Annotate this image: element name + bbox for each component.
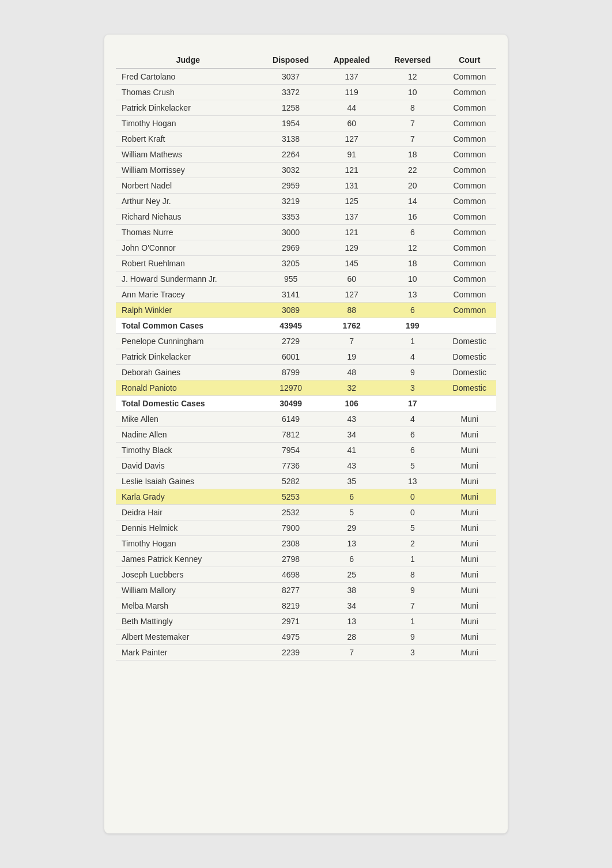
cell-judge: Patrick Dinkelacker (116, 100, 260, 116)
table-row: Total Common Cases439451762199 (116, 318, 496, 334)
cell-appealed: 19 (321, 349, 382, 365)
cell-appealed: 32 (321, 380, 382, 396)
cell-court: Common (443, 303, 496, 318)
table-row: Dennis Helmick7900295Muni (116, 520, 496, 536)
cell-judge: Robert Ruehlman (116, 256, 260, 271)
cell-appealed: 121 (321, 163, 382, 178)
cell-court: Common (443, 69, 496, 85)
cell-reversed: 4 (382, 349, 443, 365)
table-row: J. Howard Sundermann Jr.9556010Common (116, 271, 496, 287)
cell-appealed: 35 (321, 474, 382, 489)
cell-court: Common (443, 147, 496, 163)
cell-court: Muni (443, 505, 496, 520)
cell-judge: Total Common Cases (116, 318, 260, 334)
cell-disposed: 1954 (260, 116, 322, 131)
cell-disposed: 3205 (260, 256, 322, 271)
cell-reversed: 2 (382, 536, 443, 552)
table-row: David Davis7736435Muni (116, 458, 496, 474)
cell-disposed: 3138 (260, 131, 322, 147)
header-disposed: Disposed (260, 52, 322, 69)
table-row: Norbert Nadel295913120Common (116, 178, 496, 194)
table-row: Melba Marsh8219347Muni (116, 598, 496, 614)
main-card: Judge Disposed Appealed Reversed Court F… (104, 35, 508, 833)
header-reversed: Reversed (382, 52, 443, 69)
cell-disposed: 30499 (260, 396, 322, 412)
cell-appealed: 6 (321, 552, 382, 567)
cell-judge: Ann Marie Tracey (116, 287, 260, 303)
cell-appealed: 145 (321, 256, 382, 271)
cell-judge: Karla Grady (116, 489, 260, 505)
cell-court: Common (443, 131, 496, 147)
table-row: Timothy Hogan1954607Common (116, 116, 496, 131)
cell-reversed: 5 (382, 520, 443, 536)
cell-court: Domestic (443, 349, 496, 365)
cell-court: Muni (443, 458, 496, 474)
cell-reversed: 7 (382, 116, 443, 131)
cell-reversed: 7 (382, 598, 443, 614)
table-row: William Morrissey303212122Common (116, 163, 496, 178)
cell-disposed: 3000 (260, 225, 322, 240)
cell-appealed: 137 (321, 209, 382, 225)
cell-disposed: 3141 (260, 287, 322, 303)
table-row: Ann Marie Tracey314112713Common (116, 287, 496, 303)
cell-reversed: 0 (382, 505, 443, 520)
cell-reversed: 18 (382, 147, 443, 163)
cell-disposed: 2969 (260, 240, 322, 256)
cell-judge: Nadine Allen (116, 427, 260, 443)
cell-reversed: 22 (382, 163, 443, 178)
cell-reversed: 3 (382, 645, 443, 661)
header-appealed: Appealed (321, 52, 382, 69)
cell-appealed: 25 (321, 567, 382, 583)
cell-judge: Arthur Ney Jr. (116, 194, 260, 209)
table-row: Fred Cartolano303713712Common (116, 69, 496, 85)
cell-court: Muni (443, 552, 496, 567)
cell-judge: Timothy Hogan (116, 536, 260, 552)
cell-appealed: 60 (321, 271, 382, 287)
cell-judge: Ralph Winkler (116, 303, 260, 318)
cell-court: Muni (443, 489, 496, 505)
cell-disposed: 955 (260, 271, 322, 287)
cell-appealed: 34 (321, 598, 382, 614)
table-row: William Mathews22649118Common (116, 147, 496, 163)
cell-judge: J. Howard Sundermann Jr. (116, 271, 260, 287)
cell-reversed: 9 (382, 629, 443, 645)
cell-disposed: 7812 (260, 427, 322, 443)
cell-court: Muni (443, 614, 496, 629)
cell-appealed: 44 (321, 100, 382, 116)
cell-appealed: 88 (321, 303, 382, 318)
cell-judge: William Mallory (116, 583, 260, 598)
cell-appealed: 121 (321, 225, 382, 240)
cell-appealed: 127 (321, 287, 382, 303)
cell-reversed: 1 (382, 334, 443, 349)
cell-court: Muni (443, 536, 496, 552)
cell-court: Muni (443, 520, 496, 536)
cell-court: Common (443, 225, 496, 240)
cell-disposed: 7954 (260, 443, 322, 458)
cell-disposed: 2239 (260, 645, 322, 661)
table-row: Nadine Allen7812346Muni (116, 427, 496, 443)
cell-disposed: 6001 (260, 349, 322, 365)
cell-judge: Mike Allen (116, 412, 260, 427)
cell-judge: Norbert Nadel (116, 178, 260, 194)
cell-disposed: 5282 (260, 474, 322, 489)
cell-disposed: 3372 (260, 85, 322, 100)
table-row: Timothy Black7954416Muni (116, 443, 496, 458)
cell-disposed: 3037 (260, 69, 322, 85)
table-row: Timothy Hogan2308132Muni (116, 536, 496, 552)
cell-disposed: 8799 (260, 365, 322, 380)
cell-judge: Patrick Dinkelacker (116, 349, 260, 365)
cell-appealed: 91 (321, 147, 382, 163)
cell-appealed: 60 (321, 116, 382, 131)
cell-court: Common (443, 287, 496, 303)
cell-judge: Ronald Panioto (116, 380, 260, 396)
cell-disposed: 2308 (260, 536, 322, 552)
table-row: Joseph Luebbers4698258Muni (116, 567, 496, 583)
cell-reversed: 6 (382, 225, 443, 240)
cell-appealed: 1762 (321, 318, 382, 334)
cell-disposed: 3032 (260, 163, 322, 178)
cell-appealed: 28 (321, 629, 382, 645)
cell-appealed: 43 (321, 458, 382, 474)
cell-reversed: 10 (382, 85, 443, 100)
table-row: Patrick Dinkelacker6001194Domestic (116, 349, 496, 365)
cell-appealed: 129 (321, 240, 382, 256)
